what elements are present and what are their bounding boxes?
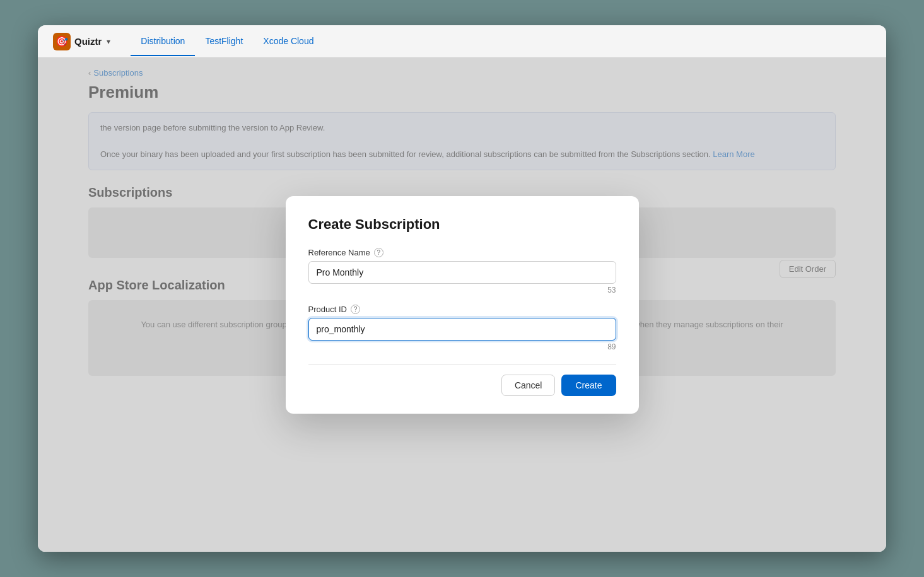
tab-testflight[interactable]: TestFlight: [195, 27, 253, 56]
create-button[interactable]: Create: [561, 375, 616, 396]
cancel-button[interactable]: Cancel: [501, 375, 556, 396]
reference-name-help-icon[interactable]: ?: [374, 248, 383, 257]
product-id-field: Product ID ? 89: [308, 305, 616, 351]
nav-bar: 🎯 Quiztr ▾ Distribution TestFlight Xcode…: [38, 25, 886, 58]
reference-name-char-count: 53: [308, 286, 616, 294]
tab-xcode-cloud[interactable]: Xcode Cloud: [253, 27, 324, 56]
reference-name-label: Reference Name ?: [308, 248, 616, 257]
product-id-char-count: 89: [308, 342, 616, 351]
modal-overlay: Create Subscription Reference Name ? 53: [38, 58, 886, 552]
create-subscription-modal: Create Subscription Reference Name ? 53: [286, 196, 639, 414]
modal-divider: [308, 364, 616, 364]
product-id-help-icon[interactable]: ?: [351, 305, 360, 314]
product-id-input[interactable]: [308, 318, 616, 341]
chevron-down-icon: ▾: [107, 37, 110, 46]
reference-name-field: Reference Name ? 53: [308, 248, 616, 294]
app-logo: 🎯 Quiztr ▾: [53, 33, 110, 50]
modal-actions: Cancel Create: [308, 375, 616, 396]
reference-name-input[interactable]: [308, 261, 616, 284]
product-id-label: Product ID ?: [308, 305, 616, 314]
screen: 🎯 Quiztr ▾ Distribution TestFlight Xcode…: [38, 25, 886, 552]
app-name: Quiztr: [74, 36, 102, 47]
nav-tabs: Distribution TestFlight Xcode Cloud: [131, 27, 324, 56]
main-content: ‹ Subscriptions Premium the version page…: [38, 58, 886, 552]
app-icon: 🎯: [53, 33, 71, 50]
modal-title: Create Subscription: [308, 216, 616, 233]
tab-distribution[interactable]: Distribution: [131, 27, 195, 56]
